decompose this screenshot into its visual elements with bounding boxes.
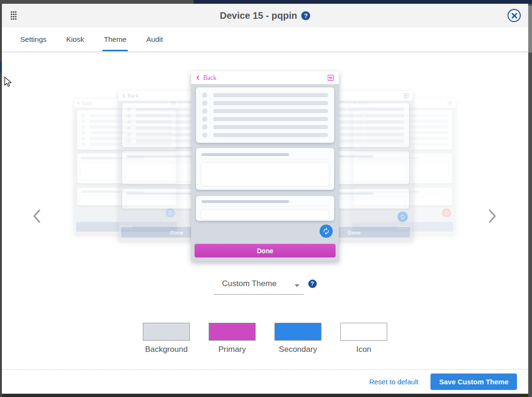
page-background bbox=[528, 4, 532, 397]
save-theme-button[interactable]: Save Custom Theme bbox=[430, 374, 517, 390]
swatch-row: Background Primary Secondary Icon bbox=[2, 323, 528, 354]
bullet-dot bbox=[81, 114, 85, 117]
tab-kiosk[interactable]: Kiosk bbox=[65, 28, 86, 51]
back-button: Back bbox=[196, 74, 217, 82]
back-label: Back bbox=[128, 93, 139, 99]
swatch-background: Background bbox=[141, 323, 191, 354]
bullet-dot bbox=[81, 137, 85, 140]
input-box bbox=[201, 209, 329, 220]
modal-title-text: Device 15 - pqpin bbox=[220, 10, 297, 21]
swatch-primary: Primary bbox=[207, 323, 257, 354]
form-card bbox=[196, 196, 334, 221]
swatch-icon-color[interactable] bbox=[340, 323, 387, 341]
text-bar bbox=[213, 109, 328, 113]
bullet-dot bbox=[127, 132, 131, 137]
tab-settings[interactable]: Settings bbox=[19, 28, 48, 51]
bullet-dot bbox=[202, 101, 207, 106]
swatch-secondary: Secondary bbox=[273, 323, 323, 354]
text-bar bbox=[213, 101, 328, 105]
text-bar bbox=[213, 117, 328, 121]
bullet-dot bbox=[127, 108, 131, 112]
refresh-icon bbox=[399, 214, 406, 220]
bullet-dot bbox=[202, 109, 207, 114]
text-bar bbox=[213, 125, 328, 129]
signin-icon bbox=[447, 101, 453, 106]
preview-header: Back bbox=[191, 71, 339, 84]
theme-preview-current: Back bbox=[191, 71, 339, 261]
bullet-dot bbox=[81, 125, 85, 129]
modal-header: Device 15 - pqpin ? bbox=[2, 4, 528, 27]
refresh-button bbox=[398, 212, 408, 222]
page-background bbox=[2, 394, 528, 397]
refresh-icon bbox=[444, 210, 449, 215]
divider bbox=[201, 159, 329, 159]
close-icon bbox=[511, 13, 517, 19]
tab-audit[interactable]: Audit bbox=[145, 28, 164, 51]
back-chevron-icon bbox=[77, 101, 80, 105]
bullet-dot bbox=[202, 117, 207, 122]
chevron-left-icon bbox=[30, 208, 44, 225]
help-icon[interactable]: ? bbox=[301, 11, 310, 20]
bullet-dot bbox=[127, 139, 131, 143]
chevron-down-icon bbox=[295, 284, 299, 287]
signin-icon bbox=[327, 74, 335, 82]
theme-carousel: Back bbox=[2, 52, 528, 272]
refresh-icon bbox=[322, 227, 330, 235]
input-box bbox=[201, 162, 329, 187]
device-modal: Device 15 - pqpin ? Settings Kiosk Theme… bbox=[2, 4, 528, 394]
bullet-dot bbox=[81, 142, 85, 146]
modal-title: Device 15 - pqpin ? bbox=[220, 10, 311, 21]
swatch-primary-color[interactable] bbox=[209, 323, 256, 341]
swatch-label: Background bbox=[145, 345, 188, 354]
swatch-label: Primary bbox=[219, 345, 246, 354]
swatch-label: Secondary bbox=[279, 345, 317, 354]
bullet-dot bbox=[81, 119, 85, 123]
refresh-button bbox=[442, 208, 451, 218]
bullet-dot bbox=[127, 120, 131, 124]
theme-select[interactable]: Custom Theme bbox=[214, 278, 304, 295]
bullet-dot bbox=[202, 93, 207, 98]
back-chevron-icon bbox=[122, 93, 126, 98]
bullet-dot bbox=[81, 131, 85, 135]
bullet-dot bbox=[202, 125, 207, 130]
swatch-label: Icon bbox=[356, 345, 371, 354]
theme-select-row: Custom Theme ? bbox=[2, 278, 528, 295]
theme-select-value: Custom Theme bbox=[222, 279, 277, 288]
help-icon-theme[interactable]: ? bbox=[308, 280, 317, 288]
field-label-bar bbox=[126, 192, 196, 195]
swatch-background-color[interactable] bbox=[143, 323, 190, 341]
swatch-secondary-color[interactable] bbox=[274, 323, 321, 341]
field-label-bar bbox=[202, 200, 289, 203]
theme-tab-content: Back bbox=[2, 52, 528, 369]
tab-bar: Settings Kiosk Theme Audit bbox=[2, 27, 528, 52]
text-bar bbox=[213, 93, 328, 97]
close-button[interactable] bbox=[508, 9, 521, 22]
swatch-icon: Icon bbox=[339, 323, 389, 354]
carousel-prev-button[interactable] bbox=[30, 207, 47, 226]
refresh-button bbox=[320, 225, 333, 238]
done-button: Done bbox=[195, 244, 336, 257]
drag-handle-icon[interactable] bbox=[10, 11, 17, 22]
modal-footer: Reset to default Save Custom Theme bbox=[2, 369, 528, 394]
bullet-dot bbox=[127, 114, 131, 118]
back-label: Back bbox=[82, 101, 92, 106]
bullet-dot bbox=[202, 132, 207, 138]
back-button: Back bbox=[77, 101, 92, 106]
chevron-right-icon bbox=[485, 208, 499, 225]
text-bar bbox=[213, 133, 328, 137]
field-label-bar bbox=[202, 153, 289, 156]
page-scrollbar[interactable] bbox=[528, 6, 532, 53]
back-chevron-icon bbox=[196, 75, 201, 81]
carousel-next-button[interactable] bbox=[485, 207, 502, 226]
preview-body: Done bbox=[191, 84, 339, 261]
back-button: Back bbox=[122, 93, 138, 99]
back-label: Back bbox=[203, 74, 217, 82]
list-card bbox=[196, 87, 334, 143]
field-label-bar bbox=[126, 155, 196, 157]
divider bbox=[201, 206, 329, 206]
page-background bbox=[0, 0, 194, 4]
tab-theme[interactable]: Theme bbox=[102, 28, 128, 51]
form-card bbox=[196, 148, 334, 190]
bullet-dot bbox=[127, 126, 131, 131]
reset-default-link[interactable]: Reset to default bbox=[369, 378, 418, 386]
